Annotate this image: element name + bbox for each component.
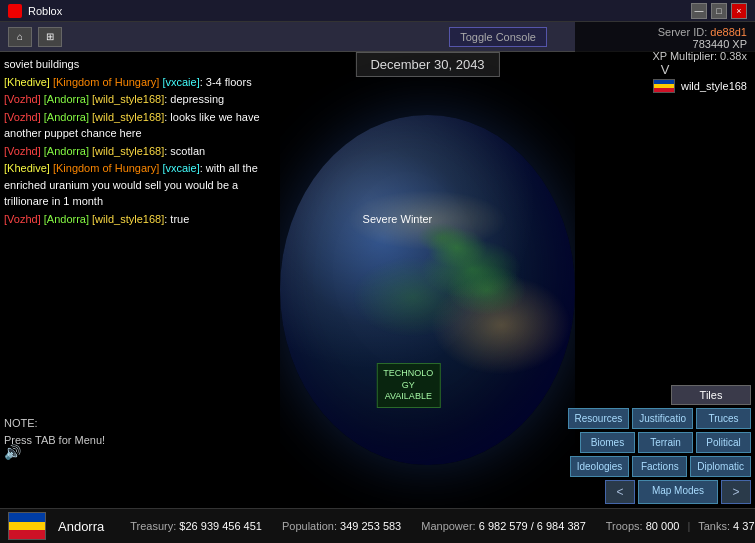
maximize-button[interactable]: □ [711, 3, 727, 19]
roblox-logo-icon [8, 4, 22, 18]
button-row-1: Resources Justificatio Truces [568, 408, 752, 429]
close-button[interactable]: × [731, 3, 747, 19]
grid-icon: ⊞ [46, 31, 54, 42]
tiles-button[interactable]: Tiles [671, 385, 751, 405]
button-row-4: < Map Modes > [605, 480, 751, 504]
political-button[interactable]: Political [696, 432, 751, 453]
resources-button[interactable]: Resources [568, 408, 630, 429]
chat-part: [Vozhd] [4, 111, 41, 123]
truces-button[interactable]: Truces [696, 408, 751, 429]
title-bar: Roblox — □ × [0, 0, 755, 22]
chat-part: [Khedive] [4, 162, 50, 174]
server-id-value: de88d1 [710, 26, 747, 38]
chat-part: [wild_style168] [92, 111, 164, 123]
troops-value: 80 000 [646, 520, 680, 532]
chat-part: [Kingdom of Hungary] [50, 162, 163, 174]
chat-part: : true [164, 213, 189, 225]
chat-part: soviet buildings [4, 58, 79, 70]
tanks-value: 4 379 [733, 520, 755, 532]
next-map-mode-button[interactable]: > [721, 480, 751, 504]
tanks-item: Tanks: 4 379 [692, 520, 755, 532]
home-icon: ⌂ [17, 31, 23, 42]
manpower-label: Manpower: [421, 520, 475, 532]
chat-part: [Kingdom of Hungary] [50, 76, 163, 88]
server-id-label: Server ID: [658, 26, 708, 38]
prev-map-mode-button[interactable]: < [605, 480, 635, 504]
chat-part: [vxcaie] [162, 76, 199, 88]
troops-label: Troops: [606, 520, 643, 532]
chat-part: [Andorra] [41, 111, 92, 123]
main-area: soviet buildings[Khedive] [Kingdom of Hu… [0, 52, 755, 508]
titlebar-title: Roblox [28, 5, 62, 17]
chat-part: [Khedive] [4, 76, 50, 88]
chat-line: [Vozhd] [Andorra] [wild_style168]: looks… [4, 109, 276, 142]
chat-part: [wild_style168] [92, 93, 164, 105]
chat-part: [wild_style168] [92, 213, 164, 225]
chat-panel: soviet buildings[Khedive] [Kingdom of Hu… [0, 52, 280, 508]
population-value: 349 253 583 [340, 520, 401, 532]
biomes-button[interactable]: Biomes [580, 432, 635, 453]
chat-messages: soviet buildings[Khedive] [Kingdom of Hu… [4, 56, 276, 227]
troops-item: Troops: 80 000 [600, 520, 686, 532]
date-display: December 30, 2043 [355, 52, 499, 77]
chat-line: [Khedive] [Kingdom of Hungary] [vxcaie]:… [4, 160, 276, 210]
home-button[interactable]: ⌂ [8, 27, 32, 47]
chat-part: [Andorra] [41, 145, 92, 157]
tanks-label: Tanks: [698, 520, 730, 532]
chat-part: [vxcaie] [162, 162, 199, 174]
severe-winter-label: Severe Winter [363, 213, 433, 225]
status-bar: Andorra Treasury: $26 939 456 451 Popula… [0, 508, 755, 543]
grid-button[interactable]: ⊞ [38, 27, 62, 47]
chat-part: [wild_style168] [92, 145, 164, 157]
chat-part: : 3-4 floors [200, 76, 252, 88]
titlebar-left: Roblox [8, 4, 62, 18]
minimize-button[interactable]: — [691, 3, 707, 19]
chat-line: [Vozhd] [Andorra] [wild_style168]: scotl… [4, 143, 276, 160]
tiles-button-wrap: Tiles [671, 385, 751, 405]
technology-box: TECHNOLO GY AVAILABLE [376, 363, 440, 408]
chat-part: [Vozhd] [4, 93, 41, 105]
globe[interactable]: Severe Winter [280, 115, 575, 465]
chat-line: [Vozhd] [Andorra] [wild_style168]: depre… [4, 91, 276, 108]
treasury-item: Treasury: $26 939 456 451 [124, 520, 268, 532]
titlebar-controls[interactable]: — □ × [691, 3, 747, 19]
tech-line3: AVAILABLE [383, 391, 433, 403]
tech-line2: GY [383, 380, 433, 392]
xp-row: 783440 XP [583, 38, 747, 50]
globe-area: December 30, 2043 Severe Winter TECHNOLO… [280, 52, 575, 508]
population-label: Population: [282, 520, 337, 532]
chat-part: [Vozhd] [4, 145, 41, 157]
chat-part: [Andorra] [41, 213, 92, 225]
ideologies-button[interactable]: Ideologies [570, 456, 630, 477]
chat-part: : depressing [164, 93, 224, 105]
terrain-button[interactable]: Terrain [638, 432, 693, 453]
chat-part: : scotlan [164, 145, 205, 157]
chat-line: [Vozhd] [Andorra] [wild_style168]: true [4, 211, 276, 228]
country-flag [8, 512, 46, 540]
country-name: Andorra [58, 519, 104, 534]
diplomatic-button[interactable]: Diplomatic [690, 456, 751, 477]
treasury-label: Treasury: [130, 520, 176, 532]
button-row-3: Ideologies Factions Diplomatic [570, 456, 751, 477]
server-id-row: Server ID: de88d1 [583, 26, 747, 38]
factions-button[interactable]: Factions [632, 456, 687, 477]
chat-part: [Vozhd] [4, 213, 41, 225]
justification-button[interactable]: Justificatio [632, 408, 693, 429]
button-row-2: Biomes Terrain Political [580, 432, 751, 453]
population-item: Population: 349 253 583 [276, 520, 407, 532]
note-line1: NOTE: [4, 415, 105, 432]
manpower-value: 6 982 579 / 6 984 387 [479, 520, 586, 532]
treasury-value: $26 939 456 451 [179, 520, 262, 532]
toggle-console-button[interactable]: Toggle Console [449, 27, 547, 47]
right-panel: Tiles Resources Justificatio Truces Biom… [575, 52, 755, 508]
chat-part: [Andorra] [41, 93, 92, 105]
tech-line1: TECHNOLO [383, 368, 433, 380]
map-modes-button[interactable]: Map Modes [638, 480, 718, 504]
chat-line: soviet buildings [4, 56, 276, 73]
sound-icon[interactable]: 🔊 [4, 442, 21, 463]
manpower-item: Manpower: 6 982 579 / 6 984 387 [415, 520, 592, 532]
xp-value: 783440 XP [693, 38, 747, 50]
chat-line: [Khedive] [Kingdom of Hungary] [vxcaie]:… [4, 74, 276, 91]
